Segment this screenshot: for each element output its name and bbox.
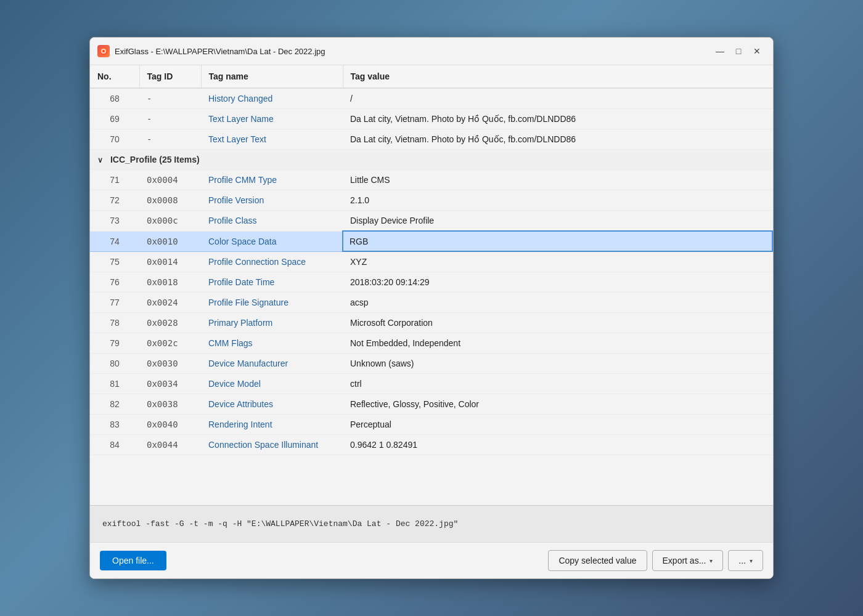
cell-tagid: 0x0024 (139, 293, 201, 313)
cell-tagname: Device Attributes (201, 394, 343, 415)
cell-tagvalue: acsp (343, 293, 772, 313)
table-header: No. Tag ID Tag name Tag value (90, 65, 772, 88)
copy-selected-label: Copy selected value (558, 556, 636, 565)
export-dropdown-arrow: ▾ (710, 557, 713, 564)
cell-tagid: 0x0034 (139, 374, 201, 394)
cell-tagvalue: Perceptual (343, 415, 772, 435)
group-title: ICC_Profile (25 Items) (110, 155, 200, 164)
cell-tagvalue: Display Device Profile (343, 211, 772, 232)
title-bar: ExifGlass - E:\WALLPAPER\Vietnam\Da Lat … (90, 38, 773, 65)
cell-tagid: 0x0004 (139, 170, 201, 190)
cell-tagvalue: Da Lat city, Vietnam. Photo by Hồ Quốc, … (343, 109, 772, 129)
cell-tagname: Text Layer Text (201, 129, 343, 150)
window-title: ExifGlass - E:\WALLPAPER\Vietnam\Da Lat … (115, 47, 711, 56)
cell-tagid: 0x000c (139, 211, 201, 232)
cell-no: 80 (90, 354, 139, 374)
group-header-row: ∨ ICC_Profile (25 Items) (90, 150, 772, 170)
table-row[interactable]: 80 0x0030 Device Manufacturer Unknown (s… (90, 354, 772, 374)
cell-tagname: CMM Flags (201, 333, 343, 354)
col-header-no: No. (90, 65, 139, 88)
cell-tagname: Text Layer Name (201, 109, 343, 129)
cell-tagvalue: RGB (343, 231, 772, 251)
cell-tagvalue: Little CMS (343, 170, 772, 190)
cell-tagname: Color Space Data (201, 231, 343, 251)
table-row[interactable]: 73 0x000c Profile Class Display Device P… (90, 211, 772, 232)
cell-no: 82 (90, 394, 139, 415)
maximize-button[interactable]: □ (730, 43, 747, 60)
copy-selected-button[interactable]: Copy selected value (548, 550, 647, 571)
cell-tagid: - (139, 88, 201, 109)
command-text: exiftool -fast -G -t -m -q -H "E:\WALLPA… (102, 519, 458, 529)
cell-tagvalue: XYZ (343, 251, 772, 272)
table-body: 68 - History Changed / 69 - Text Layer N… (90, 88, 772, 455)
table-row[interactable]: 76 0x0018 Profile Date Time 2018:03:20 0… (90, 272, 772, 293)
export-as-button[interactable]: Export as... ▾ (652, 550, 724, 571)
cell-tagid: 0x002c (139, 333, 201, 354)
bottom-bar: Open file... Copy selected value Export … (90, 542, 773, 578)
table-row[interactable]: 78 0x0028 Primary Platform Microsoft Cor… (90, 313, 772, 333)
cell-tagid: 0x0038 (139, 394, 201, 415)
cell-tagname: Device Model (201, 374, 343, 394)
cell-no: 79 (90, 333, 139, 354)
table-row[interactable]: 74 0x0010 Color Space Data RGB (90, 231, 772, 251)
cell-tagid: 0x0018 (139, 272, 201, 293)
cell-tagname: History Changed (201, 88, 343, 109)
table-row[interactable]: 68 - History Changed / (90, 88, 772, 109)
table-row[interactable]: 71 0x0004 Profile CMM Type Little CMS (90, 170, 772, 190)
cell-tagid: - (139, 129, 201, 150)
col-header-tagid: Tag ID (139, 65, 201, 88)
cell-no: 72 (90, 190, 139, 211)
app-icon (97, 45, 110, 57)
command-bar: exiftool -fast -G -t -m -q -H "E:\WALLPA… (90, 505, 773, 542)
cell-tagvalue: ctrl (343, 374, 772, 394)
cell-tagvalue: 2018:03:20 09:14:29 (343, 272, 772, 293)
cell-no: 70 (90, 129, 139, 150)
table-row[interactable]: 84 0x0044 Connection Space Illuminant 0.… (90, 435, 772, 455)
cell-tagid: 0x0040 (139, 415, 201, 435)
cell-tagvalue: Not Embedded, Independent (343, 333, 772, 354)
group-chevron: ∨ (97, 156, 103, 164)
more-button[interactable]: ... ▾ (728, 550, 763, 571)
cell-tagvalue: Unknown (saws) (343, 354, 772, 374)
table-scroll-area[interactable]: No. Tag ID Tag name Tag value 68 - Histo… (90, 65, 773, 505)
cell-no: 76 (90, 272, 139, 293)
cell-tagname: Device Manufacturer (201, 354, 343, 374)
cell-tagname: Rendering Intent (201, 415, 343, 435)
cell-no: 81 (90, 374, 139, 394)
cell-tagname: Profile File Signature (201, 293, 343, 313)
cell-no: 71 (90, 170, 139, 190)
table-row[interactable]: 82 0x0038 Device Attributes Reflective, … (90, 394, 772, 415)
cell-tagvalue: Da Lat city, Vietnam. Photo by Hồ Quốc, … (343, 129, 772, 150)
table-row[interactable]: 77 0x0024 Profile File Signature acsp (90, 293, 772, 313)
cell-tagid: 0x0030 (139, 354, 201, 374)
more-dropdown-arrow: ▾ (750, 557, 753, 564)
table-row[interactable]: 83 0x0040 Rendering Intent Perceptual (90, 415, 772, 435)
cell-tagname: Connection Space Illuminant (201, 435, 343, 455)
table-row[interactable]: 75 0x0014 Profile Connection Space XYZ (90, 251, 772, 272)
cell-tagid: 0x0008 (139, 190, 201, 211)
cell-tagid: 0x0010 (139, 231, 201, 251)
cell-no: 83 (90, 415, 139, 435)
cell-tagname: Profile CMM Type (201, 170, 343, 190)
cell-tagvalue: 2.1.0 (343, 190, 772, 211)
close-button[interactable]: ✕ (748, 43, 766, 60)
table-row[interactable]: 72 0x0008 Profile Version 2.1.0 (90, 190, 772, 211)
cell-tagid: 0x0044 (139, 435, 201, 455)
table-row[interactable]: 70 - Text Layer Text Da Lat city, Vietna… (90, 129, 772, 150)
table-wrapper: No. Tag ID Tag name Tag value 68 - Histo… (90, 65, 773, 505)
cell-tagid: 0x0028 (139, 313, 201, 333)
cell-no: 68 (90, 88, 139, 109)
cell-tagname: Profile Date Time (201, 272, 343, 293)
window-controls: — □ ✕ (711, 43, 766, 60)
more-label: ... (738, 556, 746, 565)
group-header-cell: ∨ ICC_Profile (25 Items) (90, 150, 772, 170)
cell-tagid: 0x0014 (139, 251, 201, 272)
table-row[interactable]: 79 0x002c CMM Flags Not Embedded, Indepe… (90, 333, 772, 354)
table-row[interactable]: 69 - Text Layer Name Da Lat city, Vietna… (90, 109, 772, 129)
cell-no: 69 (90, 109, 139, 129)
table-row[interactable]: 81 0x0034 Device Model ctrl (90, 374, 772, 394)
main-window: ExifGlass - E:\WALLPAPER\Vietnam\Da Lat … (89, 37, 774, 579)
minimize-button[interactable]: — (711, 43, 729, 60)
cell-tagvalue: 0.9642 1 0.82491 (343, 435, 772, 455)
open-file-button[interactable]: Open file... (100, 551, 166, 570)
